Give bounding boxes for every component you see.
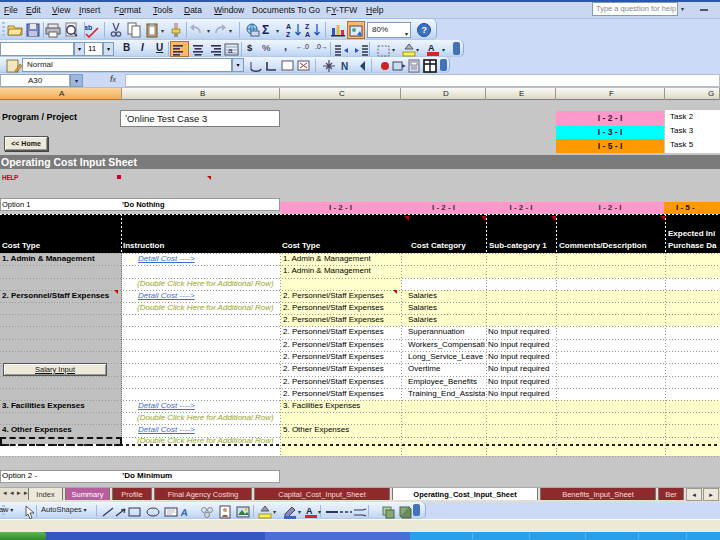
svg-text:A: A — [181, 507, 189, 518]
svg-text:Z: Z — [286, 31, 291, 38]
svg-text:a: a — [228, 46, 233, 55]
svg-text:A: A — [306, 506, 313, 516]
svg-text:Z: Z — [305, 23, 310, 30]
svg-text:?: ? — [422, 25, 428, 35]
svg-text:A: A — [428, 43, 435, 53]
svg-text:ab: ab — [84, 24, 92, 31]
svg-text:N: N — [341, 61, 348, 72]
svg-text:A: A — [286, 23, 291, 30]
svg-text:A: A — [305, 31, 310, 38]
